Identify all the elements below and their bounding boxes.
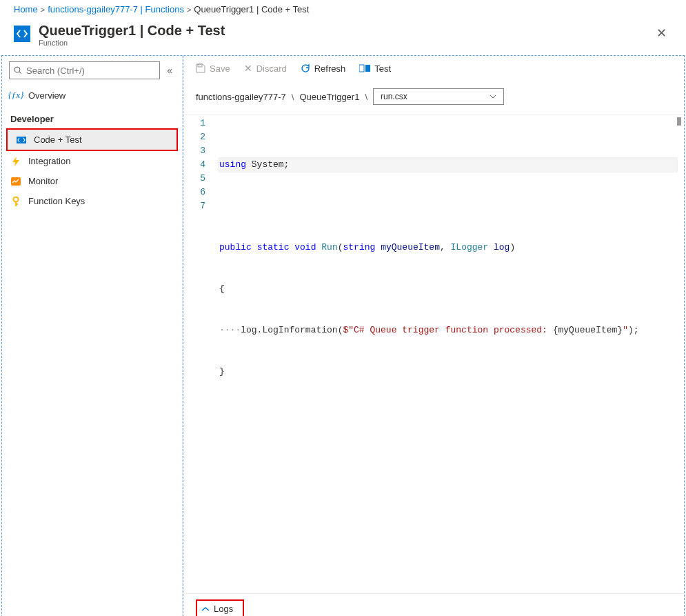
save-icon xyxy=(196,63,205,73)
line-number: 6 xyxy=(183,186,205,199)
svg-line-1 xyxy=(19,72,21,74)
svg-rect-3 xyxy=(11,177,21,186)
file-path-row: functions-ggailey777-7 \ QueueTrigger1 \… xyxy=(183,81,684,115)
line-number: 7 xyxy=(183,199,205,213)
breadcrumb: Home > functions-ggailey777-7 | Function… xyxy=(0,0,686,20)
path-segment: functions-ggailey777-7 xyxy=(196,92,286,102)
file-dropdown[interactable]: run.csx xyxy=(373,88,504,105)
main-pane: « {ƒx} Overview Developer Code + Test In… xyxy=(1,55,685,616)
svg-rect-8 xyxy=(359,65,364,72)
chevron-up-icon xyxy=(201,606,210,612)
nav-code-test[interactable]: Code + Test xyxy=(8,130,176,150)
monitor-icon xyxy=(10,177,21,186)
page-subtitle: Function xyxy=(39,39,225,47)
nav-function-keys[interactable]: Function Keys xyxy=(2,191,182,211)
discard-label: Discard xyxy=(256,63,287,74)
section-developer: Developer xyxy=(2,106,182,128)
code-icon xyxy=(14,26,30,42)
search-input[interactable] xyxy=(26,66,155,76)
line-number: 5 xyxy=(183,172,205,186)
save-label: Save xyxy=(210,63,230,74)
nav-label: Monitor xyxy=(28,176,58,186)
path-sep: \ xyxy=(292,92,294,102)
code-line xyxy=(219,406,684,420)
function-icon: {ƒx} xyxy=(10,90,21,101)
code-line xyxy=(219,199,684,213)
close-icon[interactable]: ✕ xyxy=(651,23,672,43)
discard-icon: ✕ xyxy=(244,63,252,74)
breadcrumb-sep: > xyxy=(41,6,45,14)
svg-rect-7 xyxy=(198,64,202,67)
key-icon xyxy=(10,197,21,206)
test-label: Test xyxy=(374,63,391,74)
breadcrumb-functions[interactable]: functions-ggailey777-7 | Functions xyxy=(48,4,184,14)
svg-point-0 xyxy=(14,67,20,72)
code-editor[interactable]: 1 2 3 4 5 6 7 using System; public stati… xyxy=(183,115,684,593)
code-line: ····log.LogInformation($"C# Queue trigge… xyxy=(219,324,684,337)
svg-point-4 xyxy=(14,197,19,201)
logs-label: Logs xyxy=(214,604,233,614)
code-line: { xyxy=(219,282,684,296)
sidebar: « {ƒx} Overview Developer Code + Test In… xyxy=(2,56,183,616)
nav-monitor[interactable]: Monitor xyxy=(2,171,182,191)
page-title: QueueTrigger1 | Code + Test xyxy=(39,23,225,39)
code-area[interactable]: using System; public static void Run(str… xyxy=(212,115,684,593)
path-segment: QueueTrigger1 xyxy=(299,92,359,102)
test-icon xyxy=(359,64,370,72)
line-gutter: 1 2 3 4 5 6 7 xyxy=(183,115,212,593)
breadcrumb-sep: > xyxy=(187,6,191,14)
toolbar: Save ✕ Discard Refresh Test xyxy=(183,56,684,81)
chevron-down-icon xyxy=(490,95,496,99)
line-number: 1 xyxy=(183,117,205,130)
line-number: 4 xyxy=(183,158,205,172)
lightning-icon xyxy=(10,157,21,166)
page-header: QueueTrigger1 | Code + Test Function ✕ xyxy=(0,20,686,55)
code-line: using System; xyxy=(219,158,677,172)
svg-rect-9 xyxy=(365,65,370,72)
line-number: 3 xyxy=(183,144,205,158)
refresh-icon xyxy=(301,63,310,73)
nav-label: Overview xyxy=(28,90,65,101)
nav-label: Code + Test xyxy=(34,135,82,145)
code-icon xyxy=(16,137,27,143)
breadcrumb-current: QueueTrigger1 | Code + Test xyxy=(194,4,309,14)
search-icon xyxy=(14,66,22,74)
code-line: } xyxy=(219,365,684,379)
highlight-code-test: Code + Test xyxy=(6,128,178,151)
search-row: « xyxy=(2,56,182,85)
search-input-wrapper[interactable] xyxy=(9,61,160,79)
collapse-sidebar-icon[interactable]: « xyxy=(164,63,175,77)
logs-panel-toggle[interactable]: Logs xyxy=(183,593,684,616)
path-sep: \ xyxy=(365,92,367,102)
nav-label: Function Keys xyxy=(28,196,85,206)
minimap-cursor xyxy=(677,117,681,126)
file-dropdown-value: run.csx xyxy=(381,92,407,101)
nav-overview[interactable]: {ƒx} Overview xyxy=(2,85,182,106)
save-button[interactable]: Save xyxy=(196,63,230,74)
line-number: 2 xyxy=(183,130,205,144)
breadcrumb-home[interactable]: Home xyxy=(14,4,38,14)
nav-integration[interactable]: Integration xyxy=(2,151,182,171)
refresh-button[interactable]: Refresh xyxy=(301,63,346,74)
nav-label: Integration xyxy=(28,156,70,166)
discard-button[interactable]: ✕ Discard xyxy=(244,63,287,74)
test-button[interactable]: Test xyxy=(359,63,391,74)
highlight-logs: Logs xyxy=(196,599,244,616)
refresh-label: Refresh xyxy=(314,63,346,74)
code-line: public static void Run(string myQueueIte… xyxy=(219,241,684,255)
content: Save ✕ Discard Refresh Test functions-gg… xyxy=(183,56,684,616)
